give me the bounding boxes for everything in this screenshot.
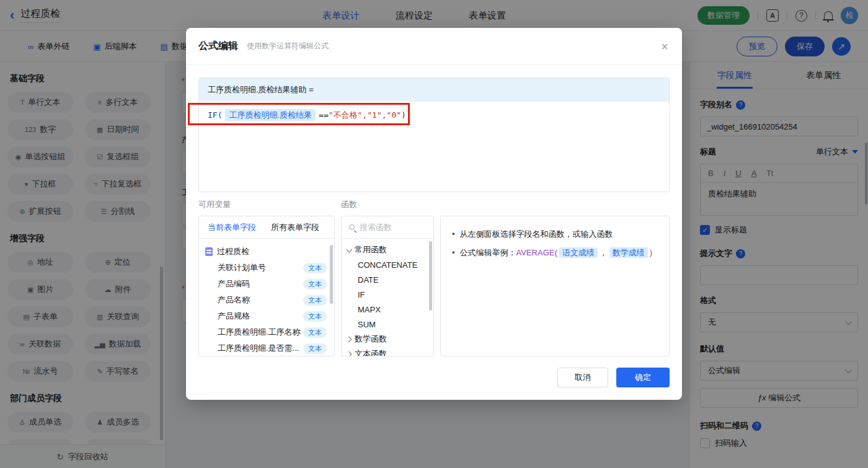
type-badge: 文本 [303, 343, 327, 354]
form-tree-root[interactable]: 过程质检 [205, 244, 328, 260]
example-field-token: 数学成绩 [609, 247, 648, 258]
function-label: 数学函数 [355, 333, 387, 345]
variables-panel: 当前表单字段 所有表单字段 过程质检 关联计划单号文本产品编码文本产品名称文本产… [198, 216, 335, 356]
tab-all-form-fields[interactable]: 所有表单字段 [271, 222, 319, 233]
function-label: SUM [358, 320, 376, 329]
formula-target: 工序质检明细.质检结果辅助 = [199, 78, 669, 102]
function-label: 文本函数 [355, 348, 387, 356]
function-item[interactable]: MAPX [347, 302, 428, 317]
function-rows: 常用函数CONCATENATEDATEIFMAPXSUM数学函数文本函数 [342, 239, 433, 356]
function-group[interactable]: 常用函数 [347, 242, 428, 257]
bullet-icon: • [452, 228, 455, 241]
variable-row[interactable]: 产品规格文本 [205, 308, 328, 324]
function-label: DATE [358, 275, 379, 285]
function-search[interactable]: 搜索函数 [342, 216, 433, 239]
function-item[interactable]: SUM [347, 317, 428, 332]
cancel-button[interactable]: 取消 [557, 368, 608, 387]
modal-subtitle: 使用数学运算符编辑公式 [247, 41, 329, 51]
annotation-red-box [188, 103, 410, 125]
type-badge: 文本 [303, 279, 327, 289]
help-tip-2: 公式编辑举例：AVERAGE(语文成绩，数学成绩) [460, 247, 653, 259]
search-placeholder: 搜索函数 [360, 222, 392, 233]
variable-row[interactable]: 工序质检明细.是否需...文本 [205, 340, 328, 356]
variable-name: 产品编码 [218, 278, 250, 289]
search-icon [349, 224, 355, 230]
close-icon[interactable]: × [661, 40, 668, 53]
example-field-token: 语文成绩 [559, 247, 598, 258]
type-badge: 文本 [303, 311, 327, 322]
help-tip-1: 从左侧面板选择字段名和函数，或输入函数 [460, 228, 613, 241]
bullet-icon: • [452, 247, 455, 259]
variable-name: 产品规格 [218, 311, 250, 322]
variable-name: 工序质检明细.是否需... [218, 343, 299, 354]
chevron-down-icon [346, 246, 352, 252]
function-label: 常用函数 [355, 244, 387, 255]
variable-row[interactable]: 产品编码文本 [205, 276, 328, 292]
variable-row[interactable]: 工序质检明细.工序名称文本 [205, 324, 328, 340]
form-icon [205, 247, 213, 256]
variable-name: 关联计划单号 [218, 262, 266, 273]
formula-help-panel: •从左侧面板选择字段名和函数，或输入函数 • 公式编辑举例：AVERAGE(语文… [440, 216, 670, 356]
variable-rows: 关联计划单号文本产品编码文本产品名称文本产品规格文本工序质检明细.工序名称文本工… [205, 260, 328, 356]
functions-panel: 搜索函数 常用函数CONCATENATEDATEIFMAPXSUM数学函数文本函… [341, 216, 434, 356]
chevron-right-icon [346, 336, 352, 342]
chevron-right-icon [346, 351, 352, 356]
function-group[interactable]: 数学函数 [347, 332, 428, 347]
confirm-button[interactable]: 确定 [616, 368, 670, 387]
type-badge: 文本 [303, 263, 327, 273]
variables-scrollbar[interactable] [330, 245, 333, 304]
function-group[interactable]: 文本函数 [347, 347, 428, 356]
type-badge: 文本 [303, 327, 327, 338]
function-label: IF [358, 290, 365, 299]
variable-name: 工序质检明细.工序名称 [218, 327, 301, 338]
tab-current-form-fields[interactable]: 当前表单字段 [208, 222, 256, 233]
variable-row[interactable]: 产品名称文本 [205, 292, 328, 308]
modal-title: 公式编辑 [198, 40, 238, 53]
function-label: MAPX [358, 305, 381, 314]
function-item[interactable]: CONCATENATE [347, 257, 428, 272]
variables-label: 可用变量 [198, 199, 231, 210]
formula-editor[interactable]: 工序质检明细.质检结果辅助 = IF(工序质检明细.质检结果=="不合格","1… [198, 77, 670, 192]
formula-editor-modal: 公式编辑 使用数学运算符编辑公式 × 工序质检明细.质检结果辅助 = IF(工序… [186, 28, 682, 400]
function-item[interactable]: DATE [347, 272, 428, 287]
functions-label: 函数 [341, 199, 357, 210]
function-item[interactable]: IF [347, 287, 428, 302]
function-label: CONCATENATE [358, 260, 417, 270]
variable-name: 产品名称 [218, 294, 250, 306]
variable-row[interactable]: 关联计划单号文本 [205, 260, 328, 276]
type-badge: 文本 [303, 295, 327, 306]
functions-scrollbar[interactable] [429, 241, 432, 311]
